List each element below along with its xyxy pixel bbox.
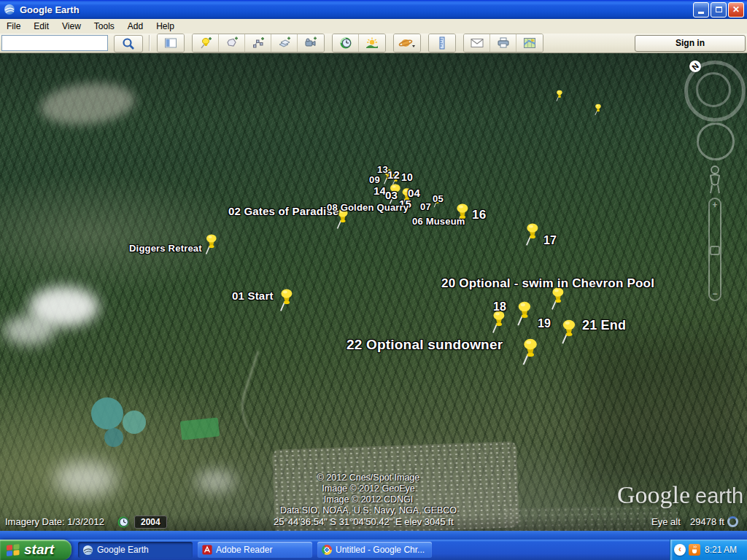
sidebar-toggle-button[interactable] [158, 34, 184, 52]
move-joystick[interactable] [697, 122, 735, 160]
task-google-chrome[interactable]: Untitled - Google Chr... [317, 542, 432, 558]
pegman-icon[interactable] [705, 164, 725, 196]
eye-altitude-value: 29478 ft [690, 516, 724, 527]
placemark-label[interactable]: 03 [385, 189, 398, 201]
ruler-button[interactable] [429, 34, 455, 52]
add-path-button[interactable] [245, 34, 271, 52]
streaming-progress-icon [727, 516, 738, 527]
zoom-slider[interactable]: + − [708, 198, 721, 301]
menu-add[interactable]: Add [121, 20, 150, 33]
windows-logo-icon [6, 543, 20, 556]
window-bottom-border [0, 531, 747, 540]
copyright-line: Image © 2012 GeoEye [280, 483, 457, 494]
java-tray-icon[interactable] [689, 544, 700, 556]
placemark-label[interactable]: 01 Start [232, 289, 274, 302]
placemark-label[interactable]: 08 Golden Quarry [327, 202, 409, 213]
terrain-shadow [584, 338, 747, 491]
search-button[interactable] [114, 35, 143, 52]
minimize-button[interactable] [693, 2, 709, 18]
task-google-earth[interactable]: Google Earth [78, 542, 193, 558]
search-input[interactable] [1, 35, 108, 51]
print-button[interactable] [490, 34, 516, 52]
window-title: Google Earth [20, 4, 80, 15]
record-tour-button[interactable] [298, 34, 324, 52]
pushpin-icon[interactable] [490, 310, 506, 337]
historical-imagery-icon [339, 36, 352, 50]
add-polygon-button[interactable] [219, 34, 245, 52]
start-button[interactable]: start [0, 540, 71, 560]
sunlight-button[interactable] [359, 34, 385, 52]
placemark-label[interactable]: 22 Optional sundowner [347, 337, 503, 353]
pushpin-icon[interactable] [594, 104, 602, 119]
irrigation-field [91, 397, 123, 429]
crop-field [180, 417, 220, 440]
imagery-year-badge[interactable]: 2004 [134, 516, 167, 529]
menu-edit[interactable]: Edit [27, 20, 55, 33]
pushpin-icon[interactable] [520, 338, 539, 369]
toolbar-separator [149, 35, 150, 51]
placemark-label[interactable]: 18 [493, 300, 506, 314]
placemark-label[interactable]: 20 Optional - swim in Chevron Pool [441, 276, 654, 291]
close-button[interactable]: ✕ [728, 2, 744, 18]
placemark-label[interactable]: 10 [401, 171, 413, 183]
view-in-maps-icon [523, 37, 536, 49]
placemark-label[interactable]: 17 [543, 234, 557, 247]
sidebar-toggle-icon [164, 37, 177, 49]
sign-in-button[interactable]: Sign in [635, 35, 746, 52]
pushpin-icon[interactable] [204, 233, 218, 258]
add-placemark-button[interactable] [193, 34, 219, 52]
clock: 8:21 AM [705, 545, 737, 555]
placemark-label[interactable]: 14 [374, 184, 386, 197]
google-earth-app-icon [4, 4, 15, 15]
cloud [29, 287, 98, 327]
placemark-label[interactable]: 21 End [582, 318, 626, 333]
time-slider-clock-icon[interactable] [117, 516, 130, 529]
pushpin-icon[interactable] [560, 319, 577, 348]
placemark-label[interactable]: 05 [433, 193, 444, 204]
zoom-in-button[interactable]: + [710, 200, 720, 210]
cloud [4, 316, 55, 345]
add-path-icon [252, 36, 265, 50]
placemark-label[interactable]: 06 Museum [412, 216, 465, 227]
placemark-label[interactable]: 02 Gates of Paradise [228, 205, 339, 217]
sunlight-icon [365, 36, 379, 50]
email-button[interactable] [464, 34, 490, 52]
placemark-label[interactable]: 09 [369, 174, 380, 185]
ruler-icon [438, 36, 446, 50]
menu-help[interactable]: Help [150, 20, 181, 33]
planets-button[interactable] [394, 34, 420, 52]
menu-view[interactable]: View [55, 20, 88, 33]
google-earth-window: Google Earth ✕ File Edit View Tools Add … [0, 0, 747, 560]
pushpin-icon[interactable] [278, 288, 294, 315]
historical-imagery-button[interactable] [333, 34, 359, 52]
add-polygon-icon [225, 36, 239, 50]
placemark-label[interactable]: 12 [387, 168, 400, 181]
copyright-line: Image © 2012 CDNGI [280, 494, 457, 505]
google-earth-task-icon [82, 545, 93, 556]
start-label: start [24, 542, 54, 558]
zoom-out-button[interactable]: − [710, 289, 720, 299]
title-bar[interactable]: Google Earth ✕ [0, 0, 747, 19]
task-label: Adobe Reader [216, 545, 272, 555]
menu-tools[interactable]: Tools [88, 20, 121, 33]
menu-file[interactable]: File [0, 20, 27, 33]
pushpin-icon[interactable] [524, 222, 540, 249]
placemark-label[interactable]: 16 [472, 208, 486, 222]
placemark-label[interactable]: 07 [420, 201, 431, 212]
placemark-label[interactable]: 13 [377, 164, 388, 175]
pushpin-icon[interactable] [515, 300, 533, 330]
menu-bar: File Edit View Tools Add Help [0, 19, 747, 34]
add-image-overlay-icon [278, 36, 291, 50]
tray-collapse-chevron-icon[interactable]: ‹ [674, 544, 686, 556]
add-image-overlay-button[interactable] [271, 34, 298, 52]
google-earth-watermark: Googleearth [617, 481, 743, 509]
pushpin-icon[interactable] [555, 90, 563, 105]
placemark-label[interactable]: 19 [538, 317, 551, 330]
restore-button[interactable] [711, 2, 727, 18]
irrigation-field [104, 428, 123, 447]
map-viewport[interactable]: 1309121014030415050702 Gates of Paradise… [0, 53, 747, 531]
placemark-label[interactable]: Diggers Retreat [129, 243, 202, 254]
zoom-slider-knob[interactable] [710, 246, 720, 255]
task-adobe-reader[interactable]: Adobe Reader [198, 542, 312, 558]
view-in-maps-button[interactable] [516, 34, 543, 52]
